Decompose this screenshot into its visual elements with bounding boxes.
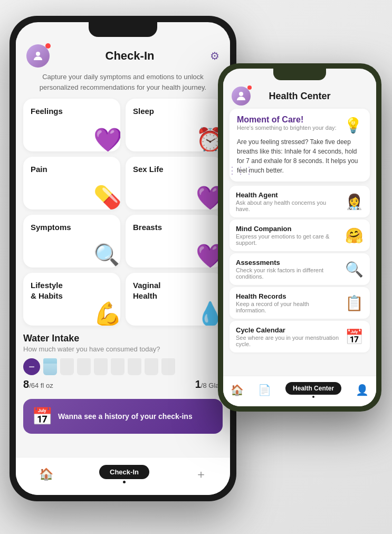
moment-of-care-card[interactable]: Moment of Care! Here's something to brig… (230, 109, 370, 182)
checkin-grid: Feelings 💜 Sleep ⏰ Pain 💊 Sex Life 💜 (16, 99, 230, 326)
cycle-calendar-info: Cycle Calendar See where are you in your… (236, 326, 341, 347)
svg-point-1 (239, 92, 243, 96)
feature-health-records[interactable]: Health Records Keep a record of your hea… (230, 287, 370, 319)
water-glass-6 (145, 358, 158, 375)
water-glass-1 (60, 358, 74, 375)
water-glass-filled (43, 358, 57, 375)
hc-nav-health-center-active[interactable]: Health Center (285, 382, 341, 398)
water-glass-5 (128, 358, 141, 375)
card-pain[interactable]: Pain 💊 (23, 157, 120, 209)
home-icon: 🏠 (39, 468, 53, 481)
phone2-health-center: Health Center Moment of Care! Here's som… (218, 63, 381, 412)
hc-notification-dot (247, 85, 252, 90)
phone1-checkin: Check-In ⚙ Capture your daily symptoms a… (9, 16, 236, 501)
mind-companion-icon: 🤗 (345, 227, 364, 244)
health-records-info: Health Records Keep a record of your hea… (236, 292, 341, 313)
feature-cycle-calendar[interactable]: Cycle Calendar See where are you in your… (230, 321, 370, 352)
card-lifestyle-label: Lifestyle& Habits (31, 280, 113, 301)
mind-companion-sub: Express your emotions to get care & supp… (236, 233, 341, 246)
water-title: Water Intake (23, 333, 223, 344)
water-row: − (23, 358, 223, 375)
hc-nav-dot (312, 396, 314, 398)
hc-records-icon: 📄 (258, 384, 271, 396)
filter-icon[interactable]: ⚙ (210, 50, 219, 62)
nav-home[interactable]: 🏠 (39, 468, 53, 481)
checkin-header: Check-In ⚙ (16, 38, 230, 72)
hc-home-icon: 🏠 (231, 384, 244, 396)
card-symptoms[interactable]: Symptoms 🔍 (23, 215, 120, 268)
water-glass-7 (161, 358, 175, 375)
moment-subtitle: Here's something to brighten your day: (237, 125, 337, 131)
hc-nav-records[interactable]: 📄 (258, 384, 271, 396)
cycle-calendar-title: Cycle Calendar (236, 326, 341, 334)
health-agent-sub: Ask about any health concerns you have. (236, 199, 341, 212)
assessments-sub: Check your risk factors in different con… (236, 267, 341, 280)
moment-header: Moment of Care! Here's something to brig… (237, 115, 362, 135)
nav-checkin-active[interactable]: Check-In (99, 465, 149, 483)
cycle-calendar-icon: 📅 (345, 328, 364, 346)
hc-page-title: Health Center (269, 91, 330, 102)
mind-companion-info: Mind Companion Express your emotions to … (236, 225, 341, 246)
card-lifestyle[interactable]: Lifestyle& Habits 💪 (23, 273, 120, 326)
page-title: Check-In (106, 49, 155, 63)
svg-point-0 (36, 52, 40, 56)
notification-dot (45, 43, 51, 49)
history-banner[interactable]: 📅 Wanna see a history of your check-ins (23, 399, 223, 434)
bottom-nav: 🏠 Check-In ＋ (16, 457, 230, 495)
banner-text: Wanna see a history of your check-ins (58, 412, 193, 421)
avatar[interactable] (26, 44, 50, 68)
water-decrease-button[interactable]: − (23, 358, 40, 375)
card-sleep[interactable]: Sleep ⏰ (126, 99, 223, 151)
water-glass-4 (111, 358, 125, 375)
water-glass-2 (77, 358, 91, 375)
scene: Check-In ⚙ Capture your daily symptoms a… (0, 0, 392, 534)
water-glass-3 (94, 358, 108, 375)
card-feelings-label: Feelings (31, 106, 113, 117)
card-sex-life[interactable]: Sex Life 💜 (126, 157, 223, 209)
card-symptoms-label: Symptoms (31, 222, 113, 233)
assessments-icon: 🔍 (345, 261, 364, 278)
feature-list: Health Agent Ask about any health concer… (223, 186, 376, 352)
checkin-subtitle: Capture your daily symptoms and emotions… (16, 72, 230, 99)
moment-text: Are you feeling stressed? Take five deep… (237, 137, 362, 175)
checkin-nav-label: Check-In (99, 465, 149, 479)
feature-mind-companion[interactable]: Mind Companion Express your emotions to … (230, 220, 370, 251)
calendar-icon: 📅 (32, 406, 53, 426)
mind-companion-title: Mind Companion (236, 225, 341, 233)
hc-avatar[interactable] (232, 87, 251, 106)
health-records-icon: 📋 (345, 294, 364, 312)
card-pain-label: Pain (31, 164, 113, 175)
phone2-content: Health Center Moment of Care! Here's som… (223, 81, 376, 406)
card-sex-life-label: Sex Life (133, 164, 215, 175)
decoration-dots: ⋮⋮⋮ (227, 165, 253, 176)
moment-title: Moment of Care! (237, 115, 337, 125)
assessments-title: Assessments (236, 259, 341, 266)
hc-bottom-nav: 🏠 📄 Health Center 👤 (223, 376, 376, 406)
phone2-screen: Health Center Moment of Care! Here's som… (223, 69, 376, 406)
water-stats: 8/64 fl oz 1/8 Glas (23, 375, 223, 394)
hc-profile-icon: 👤 (356, 384, 369, 396)
water-fl-oz: 8/64 fl oz (23, 378, 53, 390)
health-records-sub: Keep a record of your health information… (236, 301, 341, 313)
card-feelings[interactable]: Feelings 💜 (23, 99, 120, 151)
card-sleep-label: Sleep (133, 106, 215, 117)
water-subtitle: How much water you have consumed today? (23, 345, 223, 353)
health-agent-icon: 👩‍⚕️ (345, 193, 364, 211)
hc-nav-profile[interactable]: 👤 (356, 384, 369, 396)
nav-plus[interactable]: ＋ (195, 466, 207, 482)
hc-nav-label: Health Center (285, 382, 341, 395)
nav-active-dot (123, 481, 126, 483)
hc-nav-home[interactable]: 🏠 (231, 384, 244, 396)
phone1-content: Check-In ⚙ Capture your daily symptoms a… (16, 38, 230, 495)
feature-assessments[interactable]: Assessments Check your risk factors in d… (230, 253, 370, 285)
card-vaginal-health[interactable]: VaginalHealth 💧 (126, 273, 223, 326)
health-agent-title: Health Agent (236, 191, 341, 199)
health-agent-info: Health Agent Ask about any health concer… (236, 191, 341, 212)
health-records-title: Health Records (236, 292, 341, 300)
feature-health-agent[interactable]: Health Agent Ask about any health concer… (230, 186, 370, 217)
assessments-info: Assessments Check your risk factors in d… (236, 259, 341, 280)
cycle-calendar-sub: See where are you in your menstruation c… (236, 335, 341, 347)
plus-icon: ＋ (195, 466, 207, 482)
phone2-notch (273, 69, 326, 80)
card-breasts[interactable]: Breasts 💜 (126, 215, 223, 268)
